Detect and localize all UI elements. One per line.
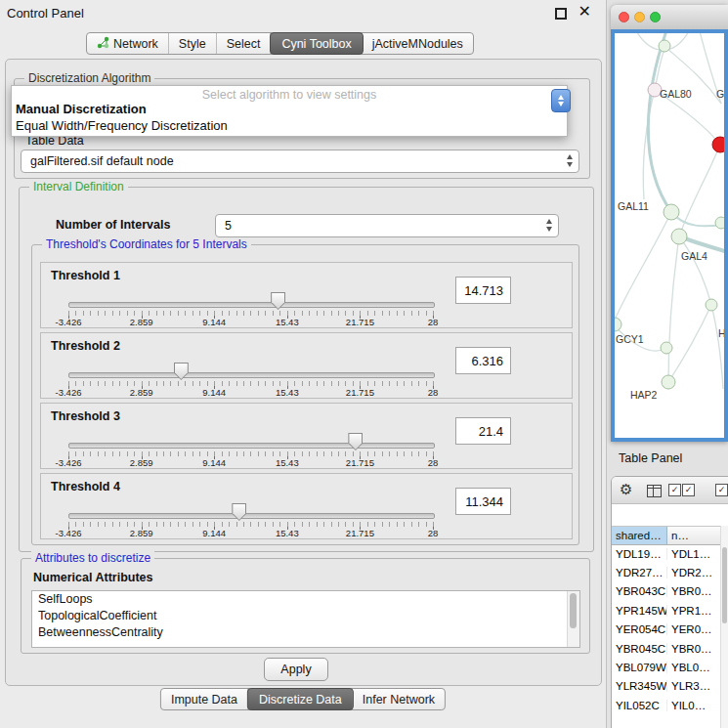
- threshold-value-field[interactable]: 6.316: [455, 347, 511, 374]
- node-label: HAP2: [630, 389, 658, 401]
- num-intervals-combobox[interactable]: 5: [215, 214, 559, 237]
- network-edge: [648, 33, 671, 212]
- shared-name-cell[interactable]: YBL079W: [612, 662, 667, 673]
- tab-infer-network[interactable]: Infer Network: [353, 689, 445, 709]
- network-canvas[interactable]: GAL80 GA GAL11 GAL4 GCY1 HAP2 H: [611, 29, 728, 442]
- network-node[interactable]: [706, 299, 717, 311]
- column-header-shared-name[interactable]: shared…: [612, 527, 667, 544]
- network-node[interactable]: [661, 342, 672, 354]
- shared-name-cell[interactable]: YBR045C: [612, 643, 667, 655]
- minimize-traffic-light[interactable]: [634, 12, 645, 22]
- table-row[interactable]: YDL19… YDL1…: [612, 544, 721, 563]
- table-row[interactable]: YIL052C YIL0…: [612, 696, 721, 714]
- function-icon[interactable]: ✓: [715, 484, 728, 496]
- table-row[interactable]: YDR27… YDR2…: [612, 563, 721, 581]
- slider-track[interactable]: [68, 372, 435, 378]
- data-mode-tabbar: Impute Data Discretize Data Infer Networ…: [160, 688, 446, 710]
- table-scrollbar[interactable]: [720, 526, 728, 728]
- table-toolbar: ⚙ ✓ ✓ ✓: [612, 477, 728, 504]
- tab-label: Infer Network: [363, 693, 435, 707]
- shared-name-cell[interactable]: YBR043C: [612, 585, 667, 597]
- network-node[interactable]: [615, 318, 621, 331]
- select-all-check-icon[interactable]: ✓: [668, 484, 681, 496]
- attribute-list-item[interactable]: TopologicalCoefficient: [32, 608, 579, 624]
- attribute-list-item[interactable]: BetweennessCentrality: [32, 624, 579, 641]
- table-row[interactable]: YBR043C YBR0…: [612, 582, 721, 601]
- tab-network[interactable]: Network: [87, 33, 169, 54]
- tab-style[interactable]: Style: [169, 33, 217, 54]
- table-row[interactable]: YBL079W YBL0…: [612, 658, 721, 676]
- column-header-name[interactable]: n…: [667, 527, 721, 544]
- network-node[interactable]: [659, 40, 670, 52]
- table-scrollbar-thumb[interactable]: [722, 547, 727, 623]
- node-label: GAL80: [660, 88, 692, 100]
- network-node[interactable]: [662, 375, 675, 389]
- slider-track[interactable]: [68, 513, 435, 519]
- close-traffic-light[interactable]: [619, 12, 629, 22]
- shared-name-cell[interactable]: YPR145W: [612, 605, 667, 617]
- zoom-traffic-light[interactable]: [650, 12, 661, 22]
- numerical-attributes-list[interactable]: SelfLoops TopologicalCoefficient Between…: [31, 590, 580, 648]
- network-node[interactable]: [671, 229, 687, 244]
- attribute-items: SelfLoops TopologicalCoefficient Between…: [32, 591, 579, 641]
- tab-label: jActiveMNodules: [372, 37, 463, 51]
- name-cell[interactable]: YER0…: [667, 623, 721, 635]
- name-cell[interactable]: YBR0…: [667, 643, 721, 655]
- select-none-check-icon[interactable]: ✓: [682, 484, 695, 496]
- slider-minor-ticks: [68, 451, 434, 456]
- shared-name-cell[interactable]: YDR27…: [612, 567, 667, 578]
- apply-button[interactable]: Apply: [264, 658, 328, 681]
- network-window-titlebar[interactable]: [611, 5, 728, 30]
- tab-label: Discretize Data: [259, 693, 342, 707]
- tab-label: Impute Data: [171, 693, 237, 707]
- dropdown-option-equal-width[interactable]: Equal Width/Frequency Discretization: [16, 118, 228, 133]
- threshold-box: Threshold 3 -3.4262.8599.14415.4321.7152…: [40, 403, 573, 469]
- network-node[interactable]: [715, 217, 724, 229]
- combobox-value: 5: [225, 219, 232, 233]
- shared-name-cell[interactable]: YER054C: [612, 623, 667, 635]
- tab-select[interactable]: Select: [217, 33, 272, 54]
- name-cell[interactable]: YDR2…: [667, 567, 721, 578]
- name-cell[interactable]: YBL0…: [667, 662, 721, 673]
- algorithm-combobox-arrow-button[interactable]: [551, 89, 571, 112]
- table-row[interactable]: YPR145W YPR1…: [612, 601, 721, 620]
- name-cell[interactable]: YDL1…: [667, 548, 721, 560]
- network-node[interactable]: [664, 204, 679, 220]
- dropdown-option-manual-discretization[interactable]: Manual Discretization: [16, 102, 147, 116]
- threshold-value-field[interactable]: 21.4: [455, 417, 511, 445]
- tab-jactivemnodules[interactable]: jActiveMNodules: [363, 33, 473, 54]
- close-icon[interactable]: ✕: [578, 2, 591, 21]
- shared-name-cell[interactable]: YIL052C: [612, 700, 667, 711]
- float-window-icon[interactable]: [555, 8, 567, 20]
- tab-cyni-toolbox[interactable]: Cyni Toolbox: [270, 32, 363, 55]
- shared-name-cell[interactable]: YDL19…: [612, 548, 667, 560]
- name-cell[interactable]: YLR3…: [667, 680, 721, 692]
- table-row[interactable]: YER054C YER0…: [612, 621, 721, 639]
- network-node-selected[interactable]: [712, 137, 724, 152]
- attribute-list-item[interactable]: SelfLoops: [32, 591, 579, 608]
- threshold-label: Threshold 1: [51, 269, 120, 282]
- list-scrollbar[interactable]: [567, 591, 579, 647]
- columns-icon[interactable]: [647, 485, 662, 497]
- threshold-value-field[interactable]: 14.713: [455, 277, 511, 304]
- threshold-value-field[interactable]: 11.344: [455, 488, 511, 515]
- list-scrollbar-thumb[interactable]: [570, 593, 577, 628]
- network-edge: [711, 305, 723, 389]
- slider-track[interactable]: [68, 443, 435, 449]
- shared-name-cell[interactable]: YLR345W: [612, 680, 667, 692]
- table-body: YDL19… YDL1… YDR27… YDR2… YBR043C YBR0… …: [612, 544, 721, 728]
- table-row[interactable]: YLR345W YLR3…: [612, 677, 721, 696]
- combobox-arrows-icon: [567, 154, 573, 167]
- table-data-combobox[interactable]: galFiltered.sif default node: [21, 150, 579, 173]
- name-cell[interactable]: YIL0…: [667, 700, 721, 711]
- slider-minor-ticks: [68, 381, 434, 386]
- gear-icon[interactable]: ⚙: [620, 481, 632, 498]
- table-row[interactable]: YBR045C YBR0…: [612, 639, 721, 658]
- tab-impute-data[interactable]: Impute Data: [161, 689, 248, 709]
- attributes-group: Attributes to discretize Numerical Attri…: [21, 558, 590, 654]
- slider-minor-ticks: [68, 311, 434, 316]
- name-cell[interactable]: YBR0…: [667, 585, 721, 597]
- name-cell[interactable]: YPR1…: [667, 605, 721, 617]
- slider-track[interactable]: [68, 302, 435, 308]
- tab-discretize-data[interactable]: Discretize Data: [247, 688, 354, 710]
